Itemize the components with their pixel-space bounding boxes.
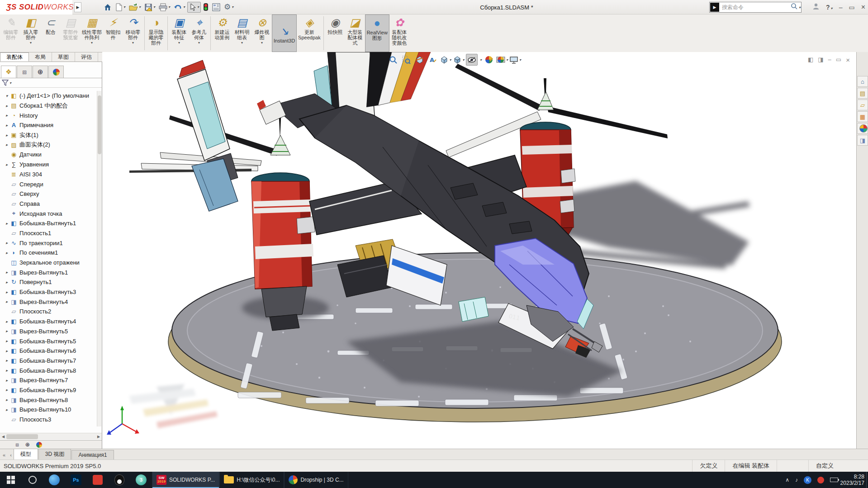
taskbar-task-folder[interactable]: H:\微信公众号\0... [219,472,284,488]
custom-properties-icon[interactable]: ◨ [857,135,868,146]
display-style-dropdown[interactable]: ▾ [462,58,464,62]
ribbon-component-preview[interactable]: 零部件 预览窗 [61,14,81,52]
tray-expand-icon[interactable]: ∧ [785,477,789,483]
tab-sketch[interactable]: 草图 [52,52,75,62]
show-desktop-button[interactable] [866,472,868,488]
model-tab[interactable]: 模型 [14,449,38,460]
tree-item-feature[interactable]: Плоскость3 [0,415,97,425]
tree-item-solid-bodies[interactable]: ▸实体(1) [0,130,97,140]
hide-show-items-icon[interactable] [466,54,478,66]
taskbar-task-dropship[interactable]: Dropship | 3D C... [284,472,348,488]
print-dropdown[interactable]: ▾ [168,5,170,9]
select-tool-button[interactable]: ▾ [187,2,201,13]
tree-item-feature[interactable]: ▸Бобышка-Вытянуть5 [0,336,97,346]
open-dropdown[interactable]: ▾ [139,5,141,9]
battery-icon[interactable] [830,478,838,482]
tab-scroll-start-icon[interactable]: « [0,452,7,460]
tree-item-history[interactable]: ▸History [0,110,97,120]
restore-button[interactable]: ▭ [849,4,854,11]
tray-note-icon[interactable]: ♪ [795,477,798,483]
ribbon-instant3d[interactable]: Instant3D [272,14,297,52]
view-orientation-icon[interactable]: ▾ [440,54,451,66]
select-dropdown[interactable]: ▾ [197,5,199,9]
ribbon-update-speedpak[interactable]: 更新 Speedpak [297,14,322,52]
open-button[interactable]: ▾ [128,2,142,13]
apply-scene-icon[interactable]: ▾ [496,54,508,66]
ribbon-mate[interactable]: 配合 [41,14,61,52]
apply-scene-dropdown[interactable]: ▾ [506,58,508,62]
split-display-icon[interactable] [36,442,42,448]
ribbon-reference-geometry[interactable]: 参考几 何体 [189,14,209,52]
ribbon-move-component[interactable]: 移动零 部件 [123,14,143,52]
scrollbar-thumb[interactable] [6,434,38,439]
filter-dropdown[interactable]: ▾ [9,81,11,85]
hide-show-dropdown[interactable]: ▾ [480,58,482,62]
tree-item-material[interactable]: AISI 304 [0,170,97,180]
split-tree-icon[interactable]: ⧈ [15,441,19,448]
tree-item-feature[interactable]: ▸Вырез-Вытянуть1 [0,267,97,277]
ribbon-realview-graphics[interactable]: RealView 图形 [365,14,389,52]
undo-button[interactable]: ▾ [172,2,186,13]
tree-item-feature[interactable]: ▸Повернуть1 [0,277,97,287]
tree-item-feature[interactable]: Зеркальное отражени [0,258,97,268]
tree-item-equations[interactable]: ▸Уравнения [0,160,97,170]
taskbar-qq-icon[interactable] [109,472,130,488]
tree-item-feature[interactable]: ▸Вырез-Вытянуть8 [0,395,97,405]
tray-red-app-icon[interactable] [817,477,824,483]
pane-right-icon[interactable]: ◨ [818,56,823,64]
tree-item-feature[interactable]: ▸Вырез-Вытянуть7 [0,375,97,385]
tree-vertical-scrollbar[interactable] [97,91,101,426]
tab-layout[interactable]: 布局 [29,52,52,62]
taskbar-search-icon[interactable] [22,472,43,488]
tree-item-feature[interactable]: ▸Бобышка-Вытянуть4 [0,317,97,327]
tab-assembly[interactable]: 装配体 [0,52,29,62]
edit-appearance-icon[interactable] [483,54,495,66]
taskbar-360-browser-icon[interactable]: 3 [130,472,152,488]
undo-dropdown[interactable]: ▾ [183,5,185,9]
tray-k-app-icon[interactable]: K [804,476,811,484]
tab-evaluate[interactable]: 评估 [75,52,98,62]
save-button[interactable]: ▾ [143,2,157,13]
search-icon[interactable] [791,3,798,12]
tree-item-feature[interactable]: Плоскость2 [0,307,97,317]
file-explorer-icon[interactable]: ▱ [857,99,868,110]
ribbon-show-hidden[interactable]: 显示隐 藏的零 部件 [146,14,166,52]
split-config-icon[interactable]: ⊕ [25,441,30,448]
tree-item-feature[interactable]: Плоскость1 [0,228,97,238]
taskbar-task-solidworks[interactable]: SW2019SOLIDWORKS P... [152,472,219,488]
home-button[interactable] [102,2,113,13]
xpress-products-icon[interactable] [202,2,210,13]
displaymanager-tab[interactable] [48,66,64,78]
tree-item-feature[interactable]: ▸Бобышка-Вытянуть1 [0,218,97,228]
doc-restore-button[interactable]: ▭ [836,56,841,64]
pane-left-icon[interactable]: ◧ [808,56,813,64]
ribbon-smart-fasteners[interactable]: 智能扣 件 [103,14,123,52]
options-button[interactable]: ⚙▾ [223,2,235,13]
tree-item-surface-bodies[interactable]: ▸曲面实体(2) [0,140,97,150]
annotation-view-icon[interactable]: A [427,54,438,66]
ribbon-edit-component[interactable]: 编辑零 部件 [1,14,21,52]
ribbon-linear-pattern[interactable]: 线性零部 件阵列 [81,14,103,52]
view-palette-icon[interactable]: ▦ [857,111,868,122]
tree-item-sensors[interactable]: Датчики [0,150,97,160]
scroll-right-arrow[interactable]: ▶ [95,435,102,439]
tree-item-annotations[interactable]: ▸Примечания [0,120,97,130]
tree-item-feature[interactable]: ▸Вырез-Вытянуть10 [0,405,97,415]
toolbar-flyout-button[interactable]: ▶ [74,2,81,12]
ribbon-insert-component[interactable]: 插入零 部件 [21,14,41,52]
close-button[interactable]: × [861,3,865,11]
featuremanager-tab[interactable]: ❖ [1,66,16,78]
new-dropdown[interactable]: ▾ [123,5,125,9]
tree-item-root[interactable]: ▾(-) Дет1<1> (По умолчани [0,91,97,101]
options-dropdown[interactable]: ▾ [232,5,233,9]
tree-item-feature[interactable]: ▸Бобышка-Вытянуть7 [0,356,97,366]
zoom-to-area-icon[interactable] [400,54,412,66]
tree-item-feature[interactable]: ▸Бобышка-Вытянуть6 [0,346,97,356]
login-icon[interactable] [812,3,820,12]
status-customize[interactable]: 自定义 [808,460,841,472]
ribbon-large-assembly-mode[interactable]: 大型装 配体模 式 [345,14,365,52]
propertymanager-tab[interactable]: ⧈ [17,66,32,78]
design-library-icon[interactable]: ▤ [857,88,868,99]
zoom-to-fit-icon[interactable] [387,54,399,66]
graphics-area[interactable]: 011 [102,52,856,449]
